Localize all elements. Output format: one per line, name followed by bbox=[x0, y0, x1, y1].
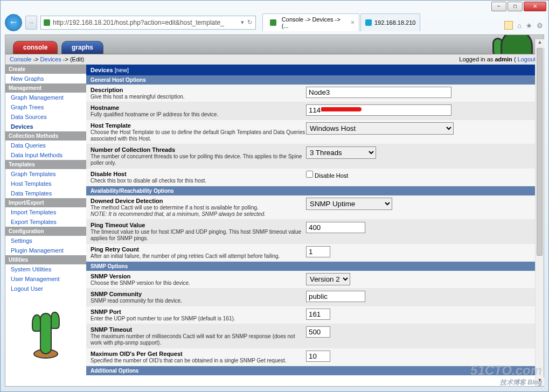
app-header: console graphs bbox=[5, 35, 544, 54]
sidebar-user-management[interactable]: User Management bbox=[5, 274, 86, 284]
snmp-timeout-input[interactable] bbox=[306, 326, 330, 338]
disable-host-label[interactable]: Disable Host bbox=[306, 172, 348, 179]
breadcrumb-console-link[interactable]: Console bbox=[10, 56, 31, 62]
breadcrumb-devices-link[interactable]: Devices bbox=[40, 56, 61, 62]
browser-tab-1[interactable]: Console -> Devices -> (... × bbox=[262, 13, 359, 31]
redaction-mark bbox=[321, 107, 362, 111]
threads-select[interactable]: 3 Threads bbox=[306, 146, 376, 159]
host-template-select[interactable]: Windows Host bbox=[306, 122, 454, 135]
nav-forward-button[interactable]: → bbox=[25, 16, 37, 30]
section-general: General Host Options bbox=[86, 75, 544, 85]
logged-user: admin bbox=[495, 56, 512, 62]
vertical-scrollbar[interactable]: ▲ ▼ bbox=[535, 39, 544, 386]
sidebar-data-input[interactable]: Data Input Methods bbox=[5, 150, 86, 160]
window-maximize[interactable]: □ bbox=[508, 2, 523, 11]
sidebar-data-queries[interactable]: Data Queries bbox=[5, 141, 86, 150]
sidebar-host-templates[interactable]: Host Templates bbox=[5, 179, 86, 188]
field-downed-label: Downed Device Detection bbox=[91, 198, 163, 204]
snmp-port-input[interactable] bbox=[306, 309, 330, 320]
ping-timeout-input[interactable] bbox=[306, 222, 365, 233]
home-icon[interactable]: ⌂ bbox=[517, 22, 522, 30]
tab-graphs[interactable]: graphs bbox=[61, 41, 103, 54]
tab-favicon-icon bbox=[270, 19, 276, 26]
snmp-community-input[interactable] bbox=[306, 291, 365, 302]
scroll-up-icon[interactable]: ▲ bbox=[536, 39, 544, 48]
field-snmp-comm-label: SNMP Community bbox=[91, 291, 142, 297]
tab2-favicon-icon bbox=[365, 19, 372, 26]
logged-in-label: Logged in as bbox=[459, 56, 495, 62]
sidebar-system-utilities[interactable]: System Utilities bbox=[5, 264, 86, 274]
tools-gear-icon[interactable]: ⚙ bbox=[537, 22, 543, 30]
sidebar-hdr-utilities: Utilities bbox=[5, 255, 86, 264]
sidebar-import-templates[interactable]: Import Templates bbox=[5, 207, 86, 217]
field-disable-label: Disable Host bbox=[91, 171, 127, 177]
field-snmp-port-label: SNMP Port bbox=[91, 309, 121, 315]
window-minimize[interactable]: − bbox=[491, 2, 506, 11]
tab-1-title: Console -> Devices -> (... bbox=[282, 16, 348, 29]
sidebar-hdr-collection: Collection Methods bbox=[5, 131, 86, 141]
url-dropdown-icon[interactable]: ▾ bbox=[241, 19, 244, 26]
sidebar-hdr-management: Management bbox=[5, 83, 86, 93]
main-panel: Devices [new] General Host Options Descr… bbox=[86, 65, 544, 375]
sidebar-graph-templates[interactable]: Graph Templates bbox=[5, 169, 86, 179]
section-snmp: SNMP Options bbox=[86, 262, 544, 271]
sidebar-graph-management[interactable]: Graph Management bbox=[5, 93, 86, 102]
field-snmp-timeout-label: SNMP Timeout bbox=[91, 326, 132, 333]
sidebar-export-templates[interactable]: Export Templates bbox=[5, 217, 86, 227]
field-ping-timeout-label: Ping Timeout Value bbox=[91, 222, 145, 228]
sidebar-hdr-configuration: Configuration bbox=[5, 227, 86, 236]
section-additional: Additional Options bbox=[86, 366, 544, 375]
field-description-label: Description bbox=[91, 87, 123, 93]
favorites-icon[interactable]: ★ bbox=[526, 22, 532, 30]
tab-1-close-icon[interactable]: × bbox=[351, 19, 355, 26]
snmp-version-select[interactable]: Version 2 bbox=[306, 273, 350, 285]
sidebar-data-templates[interactable]: Data Templates bbox=[5, 188, 86, 198]
field-snmp-ver-label: SNMP Version bbox=[91, 273, 130, 279]
disable-host-checkbox[interactable] bbox=[306, 171, 313, 178]
max-oid-input[interactable] bbox=[306, 351, 330, 362]
logout-link[interactable]: Logout bbox=[518, 56, 536, 62]
sidebar-new-graphs[interactable]: New Graphs bbox=[5, 74, 86, 83]
window-close[interactable]: ✕ bbox=[524, 2, 546, 11]
cacti-favicon-icon bbox=[44, 19, 50, 26]
ping-retry-input[interactable] bbox=[306, 246, 330, 257]
section-availability: Availability/Reachability Options bbox=[86, 186, 544, 195]
field-ping-retry-label: Ping Retry Count bbox=[91, 246, 139, 253]
description-input[interactable] bbox=[306, 87, 451, 98]
sidebar-plugin-management[interactable]: Plugin Management bbox=[5, 246, 86, 255]
breadcrumb: Console -> Devices -> (Edit) Logged in a… bbox=[5, 54, 544, 65]
field-threads-label: Number of Collection Threads bbox=[91, 146, 175, 153]
url-text: http://192.168.18.201/host.php?action=ed… bbox=[53, 19, 238, 26]
nav-back-button[interactable]: ← bbox=[5, 14, 22, 31]
sidebar-devices[interactable]: Devices bbox=[5, 122, 86, 131]
sidebar-settings[interactable]: Settings bbox=[5, 236, 86, 246]
sidebar-hdr-import-export: Import/Export bbox=[5, 198, 86, 207]
field-hostname-label: Hostname bbox=[91, 104, 119, 111]
sidebar-logout-user[interactable]: Logout User bbox=[5, 284, 86, 293]
sidebar: Create New Graphs Management Graph Manag… bbox=[5, 65, 86, 375]
page-title: Devices [new] bbox=[86, 65, 544, 75]
scroll-down-icon[interactable]: ▼ bbox=[536, 377, 544, 386]
url-input[interactable]: http://192.168.18.201/host.php?action=ed… bbox=[40, 16, 256, 30]
field-host-template-label: Host Template bbox=[91, 122, 131, 129]
feed-icon[interactable] bbox=[504, 21, 513, 30]
downed-select[interactable]: SNMP Uptime bbox=[306, 198, 392, 210]
tab-2-title: 192.168.18.210 bbox=[374, 19, 415, 26]
cactus-decor-icon bbox=[501, 35, 533, 54]
browser-tab-2[interactable]: 192.168.18.210 bbox=[360, 13, 420, 31]
sidebar-hdr-templates: Templates bbox=[5, 160, 86, 169]
field-max-oid-label: Maximum OID's Per Get Request bbox=[91, 351, 183, 357]
tab-console[interactable]: console bbox=[13, 41, 58, 54]
sidebar-hdr-create: Create bbox=[5, 65, 86, 74]
scroll-thumb[interactable] bbox=[537, 48, 543, 256]
sidebar-data-sources[interactable]: Data Sources bbox=[5, 112, 86, 122]
cactus-logo-icon bbox=[24, 300, 67, 359]
url-refresh-icon[interactable]: ↻ bbox=[247, 19, 252, 26]
svg-rect-1 bbox=[40, 313, 51, 354]
sidebar-graph-trees[interactable]: Graph Trees bbox=[5, 102, 86, 112]
